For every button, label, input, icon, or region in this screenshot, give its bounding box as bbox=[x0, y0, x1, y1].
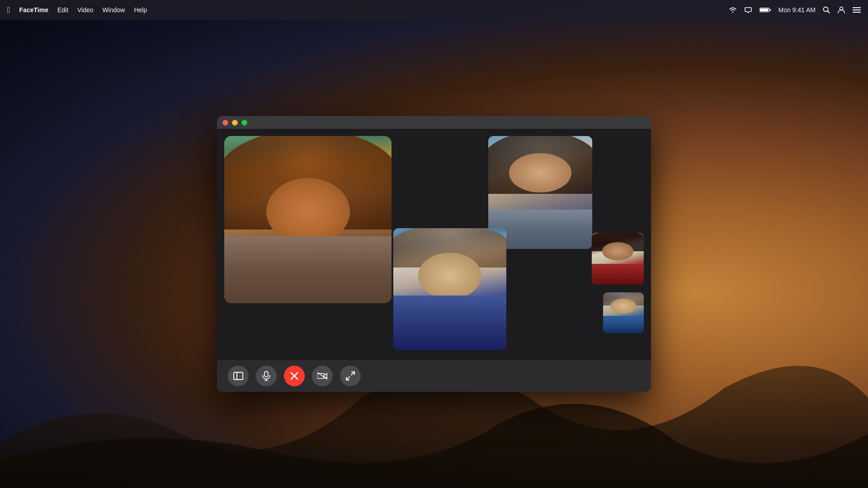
mute-button[interactable] bbox=[256, 366, 277, 386]
participant-middle bbox=[393, 228, 506, 350]
battery-icon bbox=[760, 7, 771, 13]
user-icon[interactable] bbox=[837, 6, 845, 14]
control-bar bbox=[217, 360, 651, 392]
participant-main bbox=[224, 136, 392, 303]
edit-menu[interactable]: Edit bbox=[57, 6, 68, 14]
video-grid bbox=[217, 129, 651, 360]
svg-line-18 bbox=[346, 377, 349, 380]
svg-line-4 bbox=[828, 11, 830, 13]
traffic-lights bbox=[222, 120, 247, 126]
close-button[interactable] bbox=[222, 120, 228, 126]
desktop:  FaceTime Edit Video Window Help bbox=[0, 0, 868, 488]
airplay-icon bbox=[744, 7, 752, 13]
camera-icon bbox=[317, 371, 327, 381]
wifi-icon bbox=[729, 7, 737, 13]
menu-bar-left:  FaceTime Edit Video Window Help bbox=[7, 5, 147, 15]
participant-small-2 bbox=[603, 292, 644, 333]
camera-toggle-button[interactable] bbox=[312, 366, 333, 386]
help-menu[interactable]: Help bbox=[134, 6, 147, 14]
svg-rect-2 bbox=[769, 9, 771, 10]
time-display: Mon 9:41 AM bbox=[778, 6, 816, 14]
facetime-window bbox=[217, 116, 651, 392]
sidebar-toggle-button[interactable] bbox=[228, 366, 249, 386]
fullscreen-button[interactable] bbox=[340, 366, 361, 386]
fullscreen-icon bbox=[345, 371, 355, 381]
svg-rect-1 bbox=[760, 9, 768, 11]
maximize-button[interactable] bbox=[241, 120, 247, 126]
menu-bar-right: Mon 9:41 AM bbox=[729, 6, 861, 14]
minimize-button[interactable] bbox=[232, 120, 238, 126]
apple-menu[interactable]:  bbox=[7, 5, 10, 15]
control-center-icon[interactable] bbox=[853, 7, 861, 13]
window-titlebar bbox=[217, 116, 651, 129]
video-menu[interactable]: Video bbox=[77, 6, 94, 14]
app-name-menu[interactable]: FaceTime bbox=[19, 6, 48, 14]
svg-rect-11 bbox=[264, 371, 268, 377]
search-icon[interactable] bbox=[823, 6, 830, 14]
participant-small-1 bbox=[592, 233, 644, 285]
microphone-icon bbox=[261, 371, 271, 381]
sidebar-icon bbox=[233, 371, 243, 381]
desktop-content bbox=[0, 20, 868, 488]
svg-line-17 bbox=[351, 372, 354, 375]
svg-rect-9 bbox=[234, 372, 243, 380]
window-menu[interactable]: Window bbox=[103, 6, 125, 14]
menu-bar:  FaceTime Edit Video Window Help bbox=[0, 0, 868, 20]
end-call-button[interactable] bbox=[284, 366, 305, 386]
end-call-icon bbox=[289, 371, 299, 381]
